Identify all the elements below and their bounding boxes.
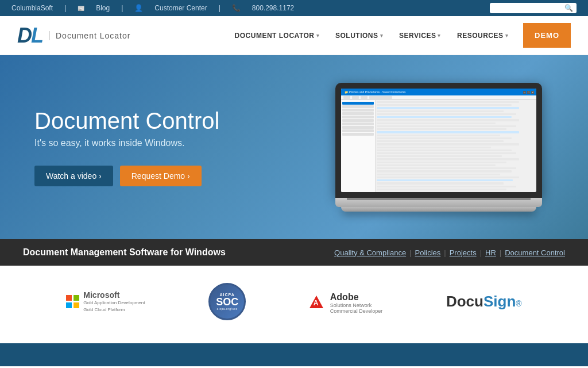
hero-laptop-image: 📁 Policies and Procedures - Saved Docume… [253,83,554,212]
phone-number: 800.298.1172 [252,4,294,12]
search-input[interactable] [493,5,562,12]
separator: | [480,248,482,257]
hero-section: Document Control It's so easy, it works … [0,55,588,239]
separator: | [444,248,446,257]
nav: DOCUMENT LOCATOR ▾ SOLUTIONS ▾ SERVICES … [228,23,571,48]
aicpa-bottom-text: aicpa.org/soc [217,307,238,310]
link-policies[interactable]: Policies [415,248,441,257]
aicpa-circle: AICPA SOC aicpa.org/soc [208,283,246,320]
brand-link[interactable]: ColumbiaSoft [11,4,53,12]
nav-item-document-locator[interactable]: DOCUMENT LOCATOR ▾ [228,27,326,44]
phone-icon: 📞 [232,4,241,12]
laptop-base [335,198,542,207]
hero-text: Document Control It's so easy, it works … [34,108,253,186]
partners-section: Microsoft Gold Application DevelopmentGo… [0,266,588,338]
hero-title: Document Control [34,108,253,133]
adobe-logo: A Adobe Solutions Network Commercial Dev… [310,290,383,314]
chevron-down-icon: ▾ [380,33,384,39]
topbar-separator2: | [121,4,123,12]
user-icon: 👤 [134,4,143,12]
adobe-name: Adobe [330,292,383,302]
link-projects[interactable]: Projects [450,248,477,257]
ms-text: Microsoft [83,290,145,300]
microsoft-logo: Microsoft Gold Application DevelopmentGo… [66,290,145,312]
link-hr[interactable]: HR [485,248,496,257]
ms-squares [66,295,80,309]
laptop-bottom [341,207,536,212]
adobe-triangle-icon: A [310,296,323,308]
separator: | [500,248,501,257]
bottombar-tagline: Document Management Software for Windows [23,247,334,258]
aicpa-logo: AICPA SOC aicpa.org/soc [208,283,246,320]
bottombar-links: Quality & Compliance | Policies | Projec… [334,248,565,257]
laptop-outer: 📁 Policies and Procedures - Saved Docume… [335,83,542,212]
chevron-down-icon: ▾ [438,33,441,39]
customer-center-link[interactable]: Customer Center [154,4,207,12]
nav-item-services[interactable]: SERVICES ▾ [392,27,448,44]
adobe-sub2: Commercial Developer [330,308,383,314]
chevron-down-icon: ▾ [505,33,509,39]
logo[interactable]: DL Document Locator [17,25,130,46]
nav-item-resources[interactable]: RESOURCES ▾ [450,27,515,44]
logo-tagline: Document Locator [49,31,130,40]
hero-buttons: Watch a video › Request Demo › [34,166,253,186]
blue-bottom-bar [0,343,588,366]
header: DL Document Locator DOCUMENT LOCATOR ▾ S… [0,16,588,55]
laptop-bezel: 📁 Policies and Procedures - Saved Docume… [335,83,542,198]
blog-link[interactable]: Blog [96,4,110,12]
logo-dl-text: DL [17,25,42,46]
blog-icon: 📰 [78,5,84,12]
aicpa-soc-text: SOC [216,297,238,307]
docusign-logo: DocuSign® [446,293,522,310]
ms-sub-text: Gold Application DevelopmentGold Cloud P… [83,300,145,312]
demo-button[interactable]: DEMO [523,23,571,48]
hero-subtitle: It's so easy, it works inside Windows. [34,138,253,148]
nav-item-solutions[interactable]: SOLUTIONS ▾ [328,27,390,44]
adobe-sub1: Solutions Network [330,302,383,308]
request-demo-button[interactable]: Request Demo › [120,166,202,186]
watch-video-button[interactable]: Watch a video › [34,166,113,186]
separator: | [409,248,411,257]
laptop-screen: 📁 Policies and Procedures - Saved Docume… [341,89,536,192]
link-document-control[interactable]: Document Control [505,248,565,257]
bottombar: Document Management Software for Windows… [0,239,588,266]
search-icon[interactable]: 🔍 [564,4,573,12]
docusign-text: DocuSign® [446,293,522,310]
adobe-logo-inner: A Adobe Solutions Network Commercial Dev… [310,290,383,314]
link-quality-compliance[interactable]: Quality & Compliance [334,248,406,257]
topbar: ColumbiaSoft | 📰 Blog | 👤 Customer Cente… [0,0,588,16]
search-wrap[interactable]: 🔍 [490,3,577,13]
topbar-separator3: | [219,4,220,12]
chevron-down-icon: ▾ [316,33,320,39]
topbar-separator: | [64,4,66,12]
